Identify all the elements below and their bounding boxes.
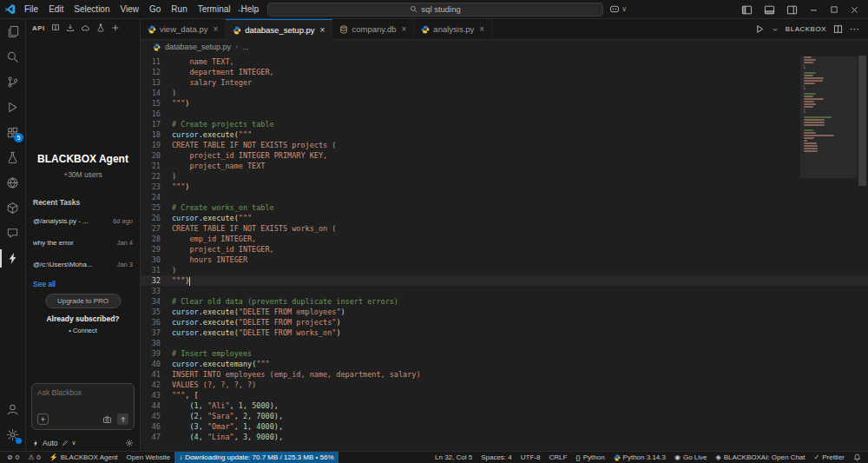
line-number[interactable]: 47: [141, 432, 172, 442]
status-item-python[interactable]: {}Python: [571, 452, 608, 463]
tab-database_setup.py[interactable]: database_setup.py×: [226, 19, 332, 40]
run-button[interactable]: [755, 24, 765, 34]
code-line-26[interactable]: 26cursor.execute(""": [141, 213, 868, 223]
code-line-25[interactable]: 25# Create works_on table: [141, 202, 868, 213]
upgrade-pro-button[interactable]: Upgrade to PRO: [45, 294, 121, 308]
tab-company.db[interactable]: company.db×: [332, 19, 414, 39]
code-line-27[interactable]: 27CREATE TABLE IF NOT EXISTS works_on (: [141, 223, 868, 234]
code-line-22[interactable]: 22): [141, 171, 868, 182]
recent-task-item[interactable]: why the errorJan 4: [26, 232, 140, 254]
code-line-18[interactable]: 18cursor.execute(""": [141, 129, 868, 140]
status-item-python-3-14-3[interactable]: Python 3.14.3: [609, 452, 670, 463]
line-number[interactable]: 38: [141, 338, 172, 348]
code-line-31[interactable]: 31): [141, 265, 868, 275]
code-line-42[interactable]: 42VALUES (?, ?, ?, ?): [141, 380, 868, 390]
tab-close-icon[interactable]: ×: [320, 25, 326, 35]
line-number[interactable]: 42: [141, 380, 172, 390]
editor-scrollbar[interactable]: [857, 54, 868, 451]
status-item-spaces-4[interactable]: Spaces: 4: [477, 452, 516, 463]
code-line-39[interactable]: 39# Insert employees: [141, 348, 868, 359]
back-arrow-icon[interactable]: ←: [236, 2, 246, 17]
line-number[interactable]: 45: [141, 411, 172, 421]
line-number[interactable]: 17: [141, 119, 172, 129]
code-line-24[interactable]: 24: [141, 192, 868, 202]
code-line-33[interactable]: 33: [141, 286, 868, 296]
attach-button[interactable]: +: [37, 413, 49, 425]
pencil-icon[interactable]: [62, 440, 69, 446]
auto-mode-label[interactable]: Auto: [43, 439, 58, 447]
code-line-11[interactable]: 11 name TEXT,: [141, 56, 868, 67]
connect-link[interactable]: • Connect: [26, 327, 140, 334]
status-item-0[interactable]: ⚠0: [23, 452, 45, 463]
code-line-28[interactable]: 28 emp_id INTEGER,: [141, 234, 868, 244]
menu-selection[interactable]: Selection: [69, 2, 115, 17]
line-number[interactable]: 36: [141, 317, 172, 327]
chevron-down-icon[interactable]: ∨: [72, 440, 76, 446]
layout-sidebar-icon[interactable]: [741, 5, 753, 15]
line-number[interactable]: 19: [141, 140, 172, 150]
scrollbar-thumb[interactable]: [858, 56, 866, 186]
book-icon[interactable]: [51, 23, 60, 32]
activity-item-source-control[interactable]: [0, 69, 25, 95]
activity-item-extensions[interactable]: 5: [0, 120, 25, 145]
line-number[interactable]: 37: [141, 327, 172, 338]
code-line-47[interactable]: 47 (4, "Lina", 3, 9000),: [141, 432, 868, 442]
code-line-17[interactable]: 17# Create projects table: [141, 119, 868, 129]
status-item-blackbox-agent[interactable]: ⚡BLACKBOX Agent: [45, 452, 122, 463]
code-line-14[interactable]: 14): [141, 88, 868, 98]
line-number[interactable]: 46: [141, 421, 172, 432]
code-line-16[interactable]: 16: [141, 109, 868, 119]
status-item-downloading-update-70-7-mb-125-3-mb-56[interactable]: ↓Downloading update: 70.7 MB / 125.3 MB …: [174, 452, 338, 463]
line-number[interactable]: 25: [141, 202, 172, 213]
flask-icon[interactable]: [96, 23, 105, 32]
status-item-crlf[interactable]: CRLF: [544, 452, 571, 463]
command-center-search[interactable]: sql studing: [267, 3, 603, 17]
breadcrumb[interactable]: database_setup.py › ...: [141, 40, 868, 54]
code-line-35[interactable]: 35cursor.execute("DELETE FROM employees"…: [141, 307, 868, 317]
status-item-open-website[interactable]: Open Website: [122, 452, 175, 463]
activity-item-blackbox-agent[interactable]: [0, 246, 25, 271]
code-line-44[interactable]: 44 (1, "Ali", 1, 5000),: [141, 400, 868, 411]
menu-terminal[interactable]: Terminal: [193, 2, 236, 17]
recent-task-item[interactable]: @/c:\Users\Moha...Jan 3: [26, 254, 140, 275]
line-number[interactable]: 13: [141, 77, 172, 88]
menu-file[interactable]: File: [19, 2, 43, 17]
menu-edit[interactable]: Edit: [43, 2, 69, 17]
line-number[interactable]: 11: [141, 56, 172, 67]
status-item-ln-32-col-5[interactable]: Ln 32, Col 5: [431, 452, 477, 463]
download-icon[interactable]: [66, 23, 75, 32]
status-item-blackboxai-open-chat[interactable]: ◈BLACKBOXAI: Open Chat: [712, 452, 810, 463]
camera-icon[interactable]: [102, 415, 112, 424]
menu-go[interactable]: Go: [144, 2, 166, 17]
add-icon[interactable]: [111, 23, 120, 32]
code-line-20[interactable]: 20 project_id INTEGER PRIMARY KEY,: [141, 150, 868, 161]
split-editor-icon[interactable]: [833, 24, 843, 34]
copilot-menu-button[interactable]: ∨: [609, 4, 627, 15]
line-number[interactable]: 18: [141, 129, 172, 140]
line-number[interactable]: 34: [141, 296, 172, 307]
line-number[interactable]: 23: [141, 182, 172, 192]
code-line-19[interactable]: 19CREATE TABLE IF NOT EXISTS projects (: [141, 140, 868, 150]
code-line-21[interactable]: 21 project_name TEXT: [141, 161, 868, 171]
tab-view_data.py[interactable]: view_data.py×: [141, 19, 226, 39]
activity-item-explorer[interactable]: [0, 19, 25, 44]
line-number[interactable]: 22: [141, 171, 172, 182]
code-line-43[interactable]: 43""", [: [141, 390, 868, 400]
activity-item-accounts[interactable]: [0, 397, 25, 422]
run-dropdown-chevron-icon[interactable]: [772, 26, 779, 33]
line-number[interactable]: 41: [141, 369, 172, 380]
line-number[interactable]: 33: [141, 286, 172, 296]
code-line-23[interactable]: 23"""): [141, 182, 868, 192]
line-number[interactable]: 20: [141, 150, 172, 161]
line-number[interactable]: 40: [141, 359, 172, 369]
code-line-46[interactable]: 46 (3, "Omar", 1, 4000),: [141, 421, 868, 432]
code-line-29[interactable]: 29 project_id INTEGER,: [141, 244, 868, 255]
line-number[interactable]: 29: [141, 244, 172, 255]
activity-item-run-and-debug[interactable]: [0, 95, 25, 120]
activity-item-remote-explorer[interactable]: [0, 195, 25, 221]
layout-secondary-sidebar-icon[interactable]: [786, 5, 798, 15]
status-item-utf-8[interactable]: UTF-8: [516, 452, 545, 463]
line-number[interactable]: 44: [141, 400, 172, 411]
blackbox-editor-button[interactable]: BLACKBOX: [786, 25, 826, 33]
activity-item-search[interactable]: [0, 44, 25, 69]
